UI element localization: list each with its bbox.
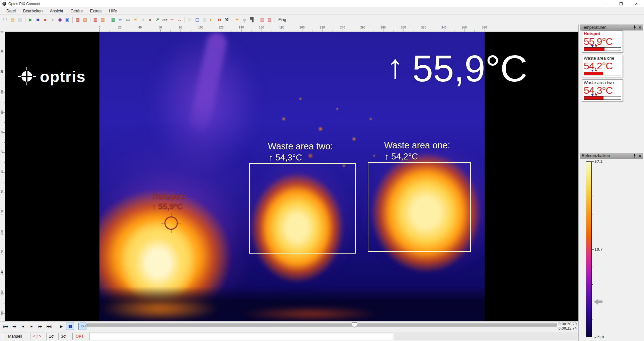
waste-area-two-temp: ↑ 54,3°C [269, 152, 302, 163]
red-marker-icon [595, 45, 597, 47]
flag-label[interactable]: Flag [278, 17, 286, 22]
temperature-card-label: Waste area one [584, 56, 621, 61]
reference-tick [592, 179, 593, 179]
menu-item-datei[interactable]: Datei [3, 8, 19, 14]
record-option-one-icon[interactable]: ▧ [259, 16, 266, 23]
ruler-tick-minor [4, 122, 5, 123]
image-save-icon[interactable]: ▨ [82, 16, 88, 23]
record-option-two-icon[interactable]: ▧ [266, 16, 273, 23]
red-bars-icon[interactable]: ▪▪▪ [169, 16, 175, 23]
palette-icon: ▩ [111, 17, 115, 22]
hotspot-title: Hotspot: [153, 192, 186, 201]
minimize-button[interactable] [598, 0, 613, 7]
red-arrow-icon[interactable]: ↔ [176, 16, 183, 23]
zoom-window-icon: ▢ [195, 17, 199, 22]
maximize-button[interactable] [613, 0, 629, 7]
ruler-tick-minor [4, 243, 5, 243]
fast-forward-button[interactable]: ▶▶ [36, 323, 44, 330]
open-icon[interactable]: ▤ [9, 16, 16, 23]
hotspot-crosshair-icon[interactable] [161, 213, 181, 233]
menu-item-bearbeiten[interactable]: Bearbeiten [19, 8, 46, 14]
timeline-track[interactable] [88, 323, 557, 327]
opt-button[interactable]: OPT [72, 333, 87, 340]
menu-item-geräte[interactable]: Geräte [67, 8, 86, 14]
ruler-tick [3, 213, 5, 213]
zoom-window-icon[interactable]: ▢ [194, 16, 201, 23]
monitor-red-icon[interactable]: ▥ [92, 16, 99, 23]
temperatures-panel-title: Temperaturen [582, 25, 606, 30]
pause-button[interactable]: ▮▮ [66, 323, 74, 330]
record-icon[interactable]: ● [49, 16, 56, 23]
skip-start-button[interactable]: ▮◀◀ [1, 323, 9, 330]
timeline-handle[interactable] [352, 322, 357, 328]
ruler-tick [160, 29, 161, 31]
palette-icon[interactable]: ▩ [110, 16, 117, 23]
pin-icon[interactable] [633, 153, 636, 158]
monitor-orange-icon[interactable]: ▥ [99, 16, 106, 23]
play-button[interactable]: ▶ [57, 323, 65, 330]
monitor-orange-icon: ▥ [101, 17, 105, 22]
thermal-blob-icon[interactable]: ☀ [234, 16, 240, 23]
menu-item-ansicht[interactable]: Ansicht [46, 8, 67, 14]
copy-icon[interactable]: ▣ [64, 16, 71, 23]
skip-end-button[interactable]: ▶▶▮ [45, 323, 53, 330]
playback-separator [55, 323, 55, 329]
ruler-label: 60 [158, 26, 162, 29]
play-icon[interactable]: ▶ [27, 16, 34, 23]
pointer-hand-icon[interactable]: ☞ [187, 16, 193, 23]
panel-close-icon[interactable]: × [639, 25, 641, 30]
frame-nav-button[interactable]: < / > [30, 333, 44, 340]
ruler-tick-minor [292, 30, 292, 31]
colorbar-arrow-icon: ▮→ [210, 18, 214, 21]
colorbar-pair-icon[interactable]: ▮▮ [216, 16, 223, 23]
stop-icon[interactable]: ■ [42, 16, 49, 23]
image-window-red-icon[interactable]: ▧ [74, 16, 81, 23]
menu-item-hilfe[interactable]: Hilfe [105, 8, 121, 14]
menu-item-extras[interactable]: Extras [86, 8, 105, 14]
playback-times: 0:00:20,29 0:00:35,74 [559, 322, 577, 331]
ruler-tick [3, 152, 5, 153]
red-bars-icon: ▪▪▪ [171, 18, 174, 21]
ruler-tick-minor [170, 30, 171, 31]
dark-tool-icon[interactable]: ▜ [248, 16, 255, 23]
ruler-tick [99, 29, 100, 31]
close-button[interactable]: × [629, 0, 644, 7]
curve-icon[interactable]: ≈ [139, 16, 146, 23]
pin-icon[interactable] [633, 25, 636, 30]
timeline-start-wedge [84, 323, 88, 327]
ruler-tick-minor [4, 283, 5, 283]
tools-icon[interactable]: ⚒ [223, 16, 230, 23]
panel-close-icon[interactable]: × [639, 153, 641, 158]
ruler-tick-minor [4, 183, 5, 183]
sigma3-button[interactable]: 3σ [58, 333, 68, 340]
text-caret [102, 334, 102, 339]
layout-tree-icon[interactable]: ╦ [241, 16, 248, 23]
ruler-label: 280 [380, 26, 385, 29]
braces-icon[interactable]: {| [147, 16, 153, 23]
snapshot-icon: ◉ [58, 17, 62, 22]
snapshot-icon[interactable]: ◉ [57, 16, 63, 23]
status-input[interactable] [89, 333, 393, 340]
ruler-tick-minor [393, 30, 393, 31]
colorbar-arrow-icon[interactable]: ▮→ [209, 16, 215, 23]
temperature-card: Waste area one54,2°C [582, 55, 623, 77]
red-arrow-icon: ↔ [177, 17, 182, 22]
temperature-bar-fill [584, 48, 604, 51]
profile-icon[interactable]: ▭ [125, 16, 131, 23]
step-forward-button[interactable]: ▶ [27, 323, 35, 330]
pause-icon[interactable]: ▮▮ [34, 16, 41, 23]
hotspot-sun-icon[interactable]: ☀ [132, 16, 139, 23]
histogram-icon[interactable]: ılıl [117, 16, 124, 23]
diagram-icon[interactable]: ↗ [154, 16, 161, 23]
waste-area-two-rect[interactable] [249, 163, 356, 254]
hotspot-sun-icon: ☀ [133, 17, 137, 22]
sigma1-button[interactable]: 1σ [46, 333, 56, 340]
digits-icon[interactable]: 21:8 [161, 16, 168, 23]
ruler-label: 180 [279, 26, 284, 29]
grid-disabled-icon[interactable]: ▦ [201, 16, 208, 23]
save-icon[interactable]: ▦ [17, 16, 23, 23]
rewind-button[interactable]: ◀◀ [10, 323, 18, 330]
manual-button[interactable]: Manuell [2, 333, 28, 340]
step-back-button[interactable]: ◀ [19, 323, 27, 330]
waste-area-one-rect[interactable] [368, 162, 471, 252]
